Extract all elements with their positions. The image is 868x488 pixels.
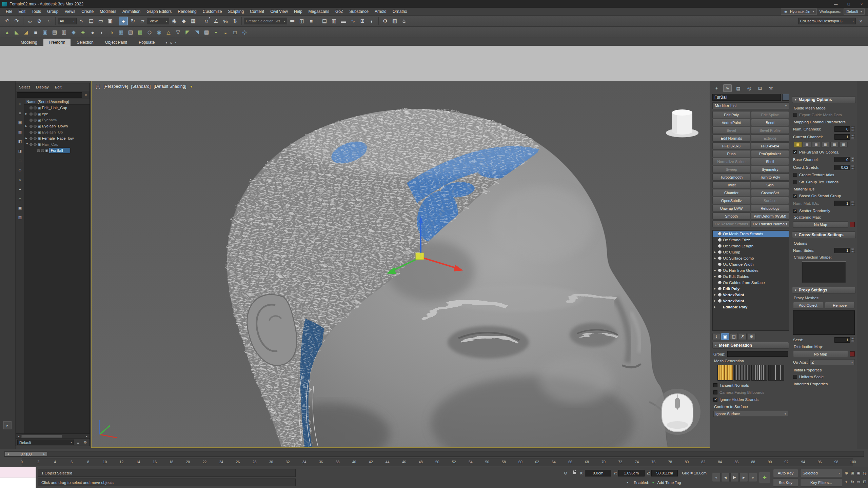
unlink-selection-icon[interactable]: ⊘ — [35, 17, 44, 25]
previous-frame-button[interactable]: ◄ — [721, 473, 730, 482]
scene-object-row[interactable]: ▶ ▣ Female_Face_low — [24, 135, 90, 141]
checkbox-row[interactable]: Per-Strand UV Coords. — [793, 149, 855, 155]
modifier-set-button[interactable]: Edit Poly — [712, 111, 750, 118]
modifier-enable-icon[interactable] — [718, 250, 722, 254]
select-and-move-icon[interactable]: + — [119, 17, 128, 25]
display-toggle-icon[interactable] — [29, 131, 33, 134]
map-button[interactable]: No Map — [793, 221, 848, 228]
object-name-field[interactable]: FurBall — [712, 94, 781, 101]
modifier-set-button[interactable]: OpenSubdiv — [712, 197, 750, 204]
explorer-tool-icon[interactable]: ◇ — [17, 167, 23, 173]
ribbon-tab[interactable]: Selection — [71, 39, 99, 46]
extra-tool-icon[interactable]: ● — [88, 28, 97, 37]
menu-item[interactable]: Megascans — [305, 8, 332, 16]
expand-arrow-icon[interactable]: ▶ — [714, 251, 717, 253]
add-object-button[interactable]: Add Object — [793, 302, 823, 308]
modifier-stack-row[interactable]: ▶ Ox Hair from Guides — [713, 267, 789, 273]
spinner-arrows[interactable]: ▲▼ — [851, 134, 855, 139]
mirror-icon[interactable]: ◫ — [297, 17, 306, 25]
explorer-config-icon[interactable]: ⚙ — [82, 440, 88, 445]
spinner-arrows[interactable]: ▲▼ — [851, 337, 855, 342]
menu-item[interactable]: Animation — [119, 8, 143, 16]
spinner-snap-icon[interactable]: ⇅ — [231, 17, 239, 25]
extra-tool-icon[interactable]: ▲ — [3, 28, 12, 37]
explorer-tool-icon[interactable]: □ — [17, 158, 23, 163]
map-enable-toggle[interactable] — [850, 222, 855, 227]
extra-tool-icon[interactable]: ◑ — [107, 28, 116, 37]
hair-texture-thumbnail[interactable] — [717, 365, 733, 381]
spinner-arrows[interactable]: ▲▼ — [851, 157, 855, 162]
hair-texture-thumbnail[interactable] — [734, 365, 750, 381]
modifier-stack-row[interactable]: ▶ Ox Strand Frizz — [713, 237, 789, 243]
modifier-enable-icon[interactable] — [718, 269, 722, 272]
explorer-tool-icon[interactable]: ▦ — [17, 129, 23, 135]
modifier-set-button[interactable]: Retopology — [751, 205, 789, 212]
modifier-set-button[interactable]: TurboSmooth — [712, 174, 750, 181]
zoom-region-icon[interactable]: ▭ — [856, 478, 861, 486]
checkbox-row[interactable]: Based On Strand Group — [793, 193, 855, 198]
expand-arrow-icon[interactable]: ▶ — [26, 143, 28, 146]
extra-tool-icon[interactable]: ▦ — [117, 28, 125, 37]
scene-object-row[interactable]: ▶ ▣ Eyebrow — [24, 117, 90, 123]
menu-item[interactable]: Scripting — [225, 8, 247, 16]
ribbon-toggle-icon[interactable]: ▬ — [339, 17, 348, 25]
percent-snap-icon[interactable]: % — [221, 17, 230, 25]
extra-tool-icon[interactable]: ▤ — [50, 28, 59, 37]
modify-tab-icon[interactable]: ∿ — [723, 84, 732, 92]
window-crossing-icon[interactable]: ▣ — [106, 17, 115, 25]
explorer-preset-combo[interactable]: Default▾ — [17, 440, 74, 445]
go-to-start-button[interactable]: « — [712, 473, 721, 482]
render-toggle-icon[interactable] — [34, 143, 37, 146]
explorer-menu-item[interactable]: Edit — [52, 83, 65, 91]
expand-arrow-icon[interactable]: ▶ — [25, 125, 28, 127]
map-enable-toggle[interactable] — [850, 351, 855, 357]
ribbon-tab[interactable]: Freeform — [43, 39, 71, 46]
time-slider-handle[interactable]: ◄ 0 / 100 ► — [5, 452, 47, 456]
display-toggle-icon[interactable] — [29, 137, 33, 140]
checkbox[interactable] — [793, 194, 797, 198]
explorer-tool-icon[interactable]: △ — [17, 196, 23, 201]
expand-arrow-icon[interactable]: ▶ — [25, 137, 28, 140]
rollout-header[interactable]: ▾Mapping Options — [792, 96, 856, 103]
scene-object-row[interactable]: ▶ ▣ Hair_Cap — [24, 141, 90, 147]
extra-tool-icon[interactable]: ◆ — [69, 28, 78, 37]
modifier-set-button[interactable]: FFD 4x4x4 — [751, 142, 789, 149]
modifier-set-button[interactable]: Ox Resolve Strands — [712, 220, 750, 227]
select-and-rotate-icon[interactable]: ↻ — [129, 17, 137, 25]
make-unique-icon[interactable]: ◫ — [730, 333, 738, 340]
explorer-menu-item[interactable]: Display — [33, 83, 52, 91]
curve-editor-icon[interactable]: ∿ — [349, 17, 357, 25]
display-toggle-icon[interactable] — [29, 113, 33, 116]
menu-item[interactable]: Graph Editors — [143, 8, 175, 16]
modifier-set-button[interactable]: Bend — [751, 119, 789, 126]
auto-key-button[interactable]: Auto Key — [773, 469, 798, 477]
extra-tool-icon[interactable]: ◣ — [12, 28, 21, 37]
explorer-tool-icon[interactable]: ▣ — [17, 205, 23, 211]
time-slider-track[interactable]: ◄ 0 / 100 ► — [4, 451, 864, 457]
angle-snap-icon[interactable]: ∠ — [212, 17, 220, 25]
modifier-enable-icon[interactable] — [718, 287, 722, 290]
next-frame-button[interactable]: ► — [739, 473, 748, 482]
dropdown[interactable]: Ignore Surface▾ — [713, 411, 788, 417]
go-to-end-button[interactable]: » — [749, 473, 757, 482]
checkbox[interactable] — [713, 383, 717, 387]
scene-object-row[interactable]: ▶ ▣ eye — [24, 111, 90, 117]
modifier-stack-row[interactable]: ▶ Ox Guides from Surface — [713, 280, 789, 286]
checkbox[interactable] — [713, 390, 717, 394]
scrollbar-thumb[interactable] — [21, 435, 62, 438]
ribbon-options-icon[interactable]: ▪ — [175, 41, 176, 44]
redo-icon[interactable]: ↷ — [12, 17, 21, 25]
extra-tool-icon[interactable]: ◐ — [98, 28, 106, 37]
extra-tool-icon[interactable]: ■ — [31, 28, 40, 37]
explorer-sort-header[interactable]: Name (Sorted Ascending) — [24, 99, 90, 105]
viewport-layout-tab[interactable]: ▸ — [3, 421, 12, 429]
modifier-stack-row[interactable]: ▶ Ox Strand Length — [713, 243, 789, 249]
viewport-label-menu[interactable]: [+] — [96, 84, 100, 89]
modifier-set-button[interactable]: Turn to Poly — [751, 174, 789, 181]
explorer-tool-icon[interactable]: ○ — [17, 177, 23, 182]
next-frame-arrow[interactable]: ► — [43, 453, 45, 455]
object-color-swatch[interactable] — [782, 94, 789, 101]
expand-arrow-icon[interactable]: ▶ — [714, 257, 717, 260]
maxscript-mini-listener[interactable] — [0, 467, 36, 488]
render-toggle-icon[interactable] — [41, 149, 44, 152]
